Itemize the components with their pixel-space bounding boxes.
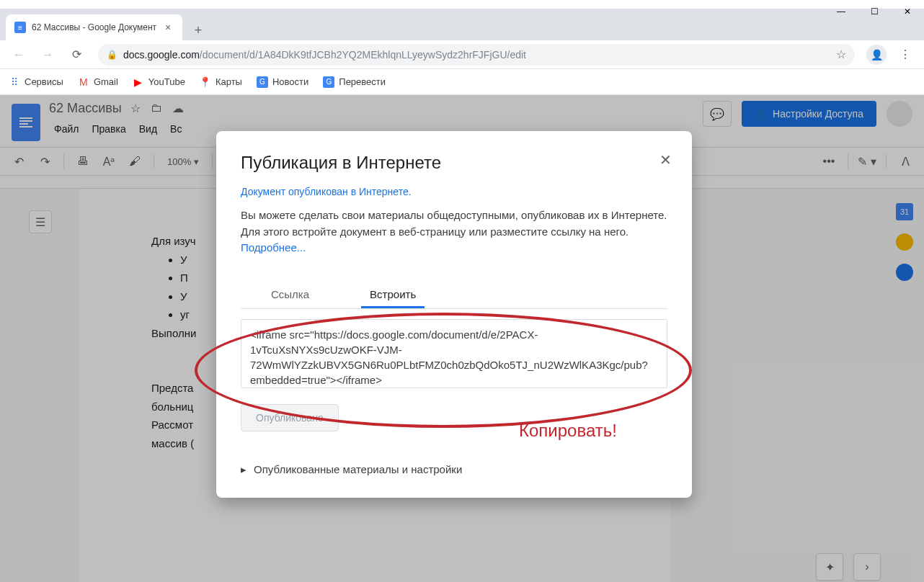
- profile-avatar[interactable]: 👤: [866, 45, 887, 65]
- tab-title: 62 Массивы - Google Документ: [32, 22, 156, 32]
- forward-button[interactable]: →: [35, 42, 61, 68]
- bookmark-news[interactable]: GНовости: [257, 76, 308, 88]
- bookmark-services[interactable]: ⠿Сервисы: [9, 76, 63, 88]
- learn-more-link[interactable]: Подробнее...: [241, 241, 306, 254]
- bookmark-gmail[interactable]: MGmail: [78, 76, 118, 88]
- lock-icon: 🔒: [107, 50, 117, 60]
- bookmark-maps[interactable]: 📍Карты: [200, 76, 242, 88]
- url-text: docs.google.com/document/d/1A84DkK9tfJCB…: [123, 49, 526, 61]
- dialog-footer-label: Опубликованные материалы и настройки: [254, 463, 462, 475]
- browser-menu-button[interactable]: ⋮: [892, 42, 918, 68]
- dialog-settings-toggle[interactable]: ▸ Опубликованные материалы и настройки: [241, 463, 667, 476]
- window-minimize-button[interactable]: —: [825, 0, 858, 23]
- chevron-right-icon: ▸: [241, 463, 246, 476]
- browser-tabstrip: ≡ 62 Массивы - Google Документ × + — ☐ ✕: [0, 9, 924, 40]
- back-button[interactable]: ←: [6, 42, 32, 68]
- reload-button[interactable]: ⟳: [63, 42, 89, 68]
- embed-code-textarea[interactable]: [241, 319, 667, 388]
- address-bar: ← → ⟳ 🔒 docs.google.com/document/d/1A84D…: [0, 40, 924, 69]
- close-tab-icon[interactable]: ×: [162, 22, 174, 33]
- browser-tab[interactable]: ≡ 62 Массивы - Google Документ ×: [6, 14, 182, 40]
- bookmark-star-icon[interactable]: ☆: [836, 48, 846, 61]
- docs-favicon-icon: ≡: [14, 22, 26, 33]
- publish-dialog: Публикация в Интернете ✕ Документ опубли…: [216, 131, 692, 498]
- dialog-description: Вы можете сделать свои материалы общедос…: [241, 207, 667, 256]
- dialog-title: Публикация в Интернете: [241, 153, 667, 173]
- dialog-subtitle: Документ опубликован в Интернете.: [241, 186, 667, 197]
- close-dialog-button[interactable]: ✕: [659, 151, 672, 169]
- tab-embed[interactable]: Встроить: [361, 282, 425, 308]
- bookmark-translate[interactable]: GПеревести: [323, 76, 386, 88]
- published-button[interactable]: Опубликовано: [241, 404, 339, 431]
- url-input[interactable]: 🔒 docs.google.com/document/d/1A84DkK9tfJ…: [98, 44, 855, 66]
- bookmark-youtube[interactable]: ▶YouTube: [133, 76, 185, 88]
- new-tab-button[interactable]: +: [188, 20, 208, 40]
- window-maximize-button[interactable]: ☐: [858, 0, 891, 23]
- dialog-tabs: Ссылка Встроить: [241, 282, 667, 309]
- tab-link[interactable]: Ссылка: [262, 282, 318, 308]
- bookmarks-bar: ⠿Сервисы MGmail ▶YouTube 📍Карты GНовости…: [0, 69, 924, 95]
- window-close-button[interactable]: ✕: [891, 0, 924, 23]
